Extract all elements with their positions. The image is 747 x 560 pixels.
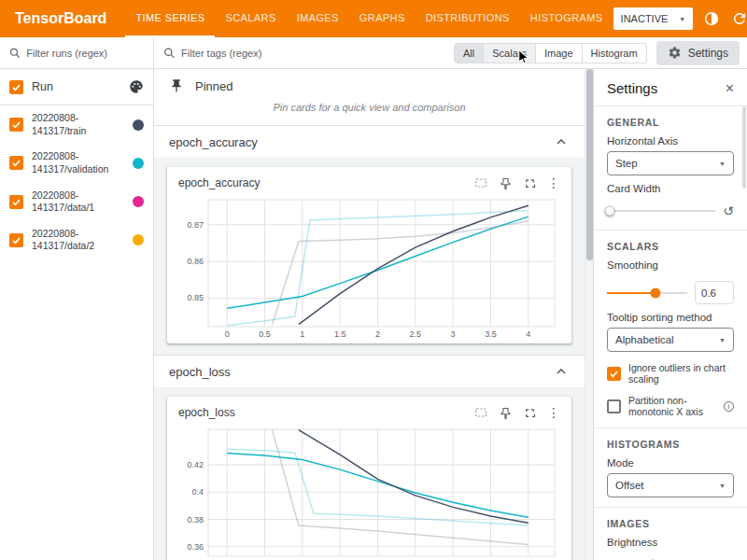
horizontal-axis-value: Step <box>615 158 638 169</box>
settings-button[interactable]: Settings <box>656 41 740 65</box>
run-checkbox[interactable] <box>9 156 23 170</box>
fit-domain-button[interactable] <box>473 405 488 420</box>
fit-domain-button[interactable] <box>473 175 488 190</box>
smoothing-control <box>607 281 734 304</box>
chevron-down-icon: ▼ <box>719 483 726 489</box>
check-icon <box>609 369 619 379</box>
run-row-data-2[interactable]: 20220808-141317/data/2 <box>0 221 153 259</box>
reload-status-select[interactable]: INACTIVE ▼ <box>613 7 694 30</box>
pin-icon <box>499 406 513 420</box>
run-label: 20220808-141317/train <box>32 112 124 137</box>
section-epoch-accuracy: epoch_accuracy epoch_accuracy <box>154 125 585 355</box>
palette-icon[interactable] <box>129 79 144 94</box>
tag-filter-input[interactable] <box>181 48 444 59</box>
collapse-button[interactable] <box>553 133 570 150</box>
top-nav: TIME SERIES SCALARS IMAGES GRAPHS DISTRI… <box>125 0 613 37</box>
chevron-up-icon <box>553 363 570 380</box>
tab-scalars[interactable]: SCALARS <box>215 0 286 37</box>
tab-time-series[interactable]: TIME SERIES <box>125 0 215 37</box>
section-epoch-loss: epoch_loss epoch_loss <box>154 355 585 560</box>
tab-histograms[interactable]: HISTOGRAMS <box>520 0 613 37</box>
svg-text:0.87: 0.87 <box>187 220 204 230</box>
ignore-outliers-row[interactable]: Ignore outliers in chart scaling <box>607 362 734 385</box>
tab-graphs[interactable]: GRAPHS <box>349 0 416 37</box>
main-scrollbar[interactable] <box>585 69 593 560</box>
contrast-icon <box>703 10 720 27</box>
run-row-data-1[interactable]: 20220808-141317/data/1 <box>0 183 153 221</box>
section-heading: SCALARS <box>607 241 734 252</box>
svg-text:0.86: 0.86 <box>187 257 204 266</box>
run-row-validation[interactable]: 20220808-141317/validation <box>0 144 153 182</box>
section-header[interactable]: epoch_loss <box>154 356 585 387</box>
tab-distributions[interactable]: DISTRIBUTIONS <box>416 0 520 37</box>
brightness-label: Brightness <box>607 537 734 548</box>
filter-scalars-button[interactable]: Scalars <box>484 43 536 63</box>
settings-scrollbar-thumb[interactable] <box>742 106 746 189</box>
pin-card-button[interactable] <box>499 406 513 420</box>
run-label: 20220808-141317/data/1 <box>32 189 124 215</box>
dark-mode-toggle[interactable] <box>702 9 721 28</box>
smoothing-input[interactable] <box>695 281 734 304</box>
reset-icon[interactable]: ↺ <box>723 204 734 217</box>
settings-section-histograms: HISTOGRAMS Mode Offset ▼ <box>594 427 747 507</box>
ignore-outliers-label: Ignore outliers in chart scaling <box>628 362 734 385</box>
scalar-card-epoch-accuracy: epoch_accuracy <box>167 167 571 343</box>
collapse-button[interactable] <box>553 363 570 380</box>
histogram-mode-value: Offset <box>615 480 643 491</box>
filter-histogram-button[interactable]: Histogram <box>583 43 647 63</box>
run-color-dot <box>133 119 144 131</box>
refresh-button[interactable] <box>730 9 747 28</box>
runs-filter-input[interactable] <box>26 48 144 59</box>
fullscreen-button[interactable] <box>523 406 537 420</box>
svg-text:1: 1 <box>300 329 304 339</box>
check-icon <box>11 197 21 207</box>
run-checkbox[interactable] <box>9 118 23 132</box>
fullscreen-icon <box>523 406 537 420</box>
chevron-down-icon: ▼ <box>679 16 685 22</box>
run-checkbox[interactable] <box>9 195 23 209</box>
run-label: 20220808-141317/validation <box>32 150 124 175</box>
partition-x-row[interactable]: Partition non-monotonic X axis i <box>607 395 734 417</box>
histogram-mode-select[interactable]: Offset ▼ <box>607 473 734 497</box>
scrollbar-thumb[interactable] <box>586 69 593 260</box>
svg-text:1.5: 1.5 <box>334 329 346 339</box>
horizontal-axis-label: Horizontal Axis <box>607 135 734 147</box>
run-select-all-checkbox[interactable] <box>9 80 23 94</box>
tab-images[interactable]: IMAGES <box>287 0 349 37</box>
more-options-button[interactable]: ⋮ <box>547 176 560 189</box>
section-header[interactable]: epoch_accuracy <box>154 126 585 158</box>
smoothing-slider[interactable] <box>607 292 687 294</box>
info-icon: i <box>724 401 734 412</box>
pin-icon <box>499 176 513 190</box>
filter-all-button[interactable]: All <box>454 43 484 63</box>
ignore-outliers-checkbox[interactable] <box>607 367 621 381</box>
slider-handle[interactable] <box>605 206 615 217</box>
pin-card-button[interactable] <box>499 176 513 190</box>
svg-text:4: 4 <box>526 329 530 339</box>
search-icon <box>9 47 21 60</box>
fit-domain-icon <box>473 175 488 190</box>
fullscreen-icon <box>523 176 537 190</box>
section-heading: HISTOGRAMS <box>607 439 734 450</box>
chevron-up-icon <box>553 133 570 150</box>
epoch-loss-chart[interactable]: 0.360.380.40.4200.511.522.533.54 <box>176 424 562 560</box>
close-icon[interactable]: × <box>726 81 734 96</box>
more-options-button[interactable]: ⋮ <box>547 406 560 419</box>
tooltip-sorting-select[interactable]: Alphabetical ▼ <box>607 328 734 352</box>
fullscreen-button[interactable] <box>523 176 537 190</box>
epoch-accuracy-chart[interactable]: 0.850.860.8700.511.522.533.54 <box>176 194 562 342</box>
run-color-dot <box>133 196 144 207</box>
run-checkbox[interactable] <box>9 233 23 247</box>
filter-image-button[interactable]: Image <box>536 43 583 63</box>
horizontal-axis-select[interactable]: Step ▼ <box>607 151 734 175</box>
settings-section-general: GENERAL Horizontal Axis Step ▼ Card Widt… <box>594 105 747 230</box>
settings-section-images: IMAGES Brightness ↺ Contrast <box>594 507 747 560</box>
run-row-train[interactable]: 20220808-141317/train <box>0 105 153 144</box>
slider-handle[interactable] <box>650 287 660 298</box>
card-width-slider[interactable] <box>607 210 715 212</box>
pinned-hint: Pin cards for a quick view and compariso… <box>154 97 585 125</box>
run-label: 20220808-141317/data/2 <box>32 228 124 253</box>
section-title: epoch_loss <box>169 365 231 379</box>
run-color-dot <box>133 234 144 245</box>
partition-x-checkbox[interactable] <box>607 399 621 413</box>
